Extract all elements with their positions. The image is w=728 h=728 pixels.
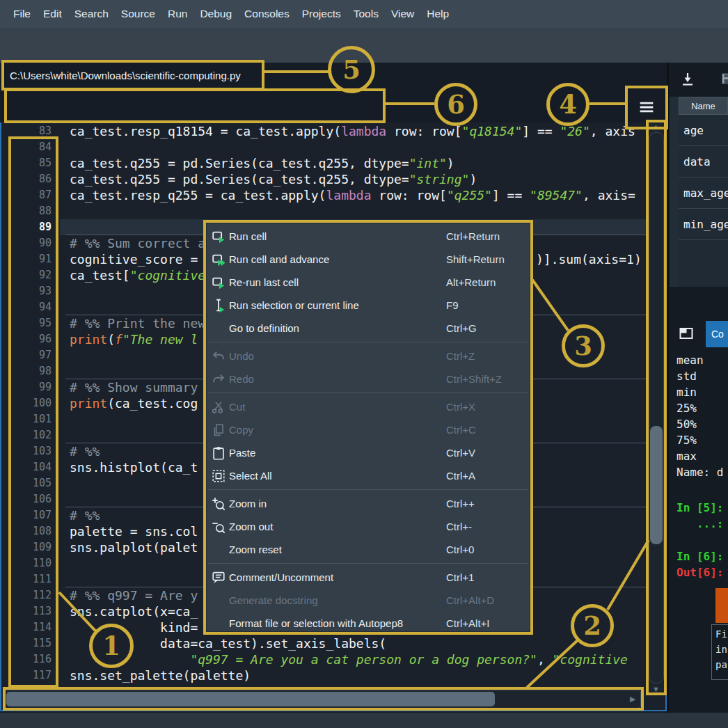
code-line: ca_test.q255 = pd.Series(ca_test.q255, d… xyxy=(70,171,477,187)
line-number[interactable]: 95 xyxy=(8,315,52,331)
menu-item-format-file-or-selection-with-autopep8[interactable]: Format file or selection with Autopep8Ct… xyxy=(207,612,530,635)
code-line: # %% xyxy=(70,443,100,459)
code-line: data=ca_test).set_axis_labels( xyxy=(70,635,386,651)
import-data-icon[interactable] xyxy=(679,71,696,88)
menu-item-run-cell-and-advance[interactable]: Run cell and advanceShift+Return xyxy=(207,248,530,271)
code-line: ca_test.resp_q18154 = ca_test.apply(lamb… xyxy=(70,123,635,139)
line-number[interactable]: 91 xyxy=(8,251,52,267)
line-number[interactable]: 87 xyxy=(8,187,52,203)
menu-projects[interactable]: Projects xyxy=(296,8,347,20)
menu-item-go-to-definition[interactable]: Go to definitionCtrl+G xyxy=(207,317,530,340)
line-number[interactable]: 113 xyxy=(8,603,52,619)
line-number[interactable]: 111 xyxy=(8,571,52,587)
line-number[interactable]: 101 xyxy=(8,411,52,427)
code-line-fragment: )].sum(axis=1) xyxy=(536,251,642,267)
line-number[interactable]: 114 xyxy=(8,619,52,635)
line-number[interactable]: 102 xyxy=(8,427,52,443)
menu-item-re-run-last-cell[interactable]: Re-run last cellAlt+Return xyxy=(207,271,530,294)
menu-file[interactable]: File xyxy=(7,8,37,20)
menu-run[interactable]: Run xyxy=(161,8,193,20)
variable-row-age[interactable]: age xyxy=(679,115,728,146)
line-number[interactable]: 100 xyxy=(8,395,52,411)
menu-item-run-cell[interactable]: Run cellCtrl+Return xyxy=(207,225,530,248)
line-number[interactable]: 103 xyxy=(8,443,52,459)
line-number[interactable]: 86 xyxy=(8,171,52,187)
line-number[interactable]: 88 xyxy=(8,203,52,219)
menu-debug[interactable]: Debug xyxy=(193,8,238,20)
menu-item-redo[interactable]: RedoCtrl+Shift+Z xyxy=(207,367,530,390)
vertical-scroll-track[interactable] xyxy=(649,132,664,683)
scroll-up-arrow[interactable]: ▲ xyxy=(652,122,660,131)
variable-row-data[interactable]: data xyxy=(679,146,728,177)
line-number[interactable]: 89 xyxy=(8,219,52,235)
line-number[interactable]: 97 xyxy=(8,347,52,363)
line-number[interactable]: 115 xyxy=(8,635,52,651)
variable-row-max_age[interactable]: max_age xyxy=(679,177,728,209)
no-icon xyxy=(211,542,229,557)
menu-item-cut[interactable]: CutCtrl+X xyxy=(207,395,530,418)
tab-console[interactable]: Co xyxy=(706,321,728,347)
line-number[interactable]: 117 xyxy=(8,667,52,683)
scroll-right-arrow[interactable]: ▶ xyxy=(630,695,635,704)
horizontal-scroll-thumb[interactable] xyxy=(6,692,495,706)
line-number[interactable]: 110 xyxy=(8,555,52,571)
menu-item-zoom-in[interactable]: Zoom inCtrl++ xyxy=(207,492,530,515)
menu-item-run-selection-or-current-line[interactable]: Run selection or current lineF9 xyxy=(207,294,530,317)
copy-icon xyxy=(211,422,229,438)
menu-source[interactable]: Source xyxy=(115,8,161,20)
menu-item-comment-uncomment[interactable]: Comment/UncommentCtrl+1 xyxy=(207,566,530,589)
undock-console-icon[interactable] xyxy=(678,324,695,341)
menu-edit[interactable]: Edit xyxy=(37,8,68,20)
menu-item-zoom-reset[interactable]: Zoom resetCtrl+0 xyxy=(207,538,530,561)
editor-vertical-scrollbar[interactable]: ▲ ▼ xyxy=(647,124,665,695)
menu-item-copy[interactable]: CopyCtrl+C xyxy=(207,418,530,441)
vertical-scroll-thumb[interactable] xyxy=(650,426,663,544)
line-number[interactable]: 116 xyxy=(8,651,52,667)
menu-help[interactable]: Help xyxy=(420,8,455,20)
line-number[interactable]: 93 xyxy=(8,283,52,299)
line-number[interactable]: 84 xyxy=(8,139,52,155)
menu-separator xyxy=(208,393,528,393)
menu-item-paste[interactable]: PasteCtrl+V xyxy=(207,441,530,464)
shortcut-label: Ctrl+C xyxy=(446,424,476,436)
shortcut-label: Ctrl+G xyxy=(446,322,477,334)
line-number[interactable]: 109 xyxy=(8,539,52,555)
line-number[interactable]: 90 xyxy=(8,235,52,251)
line-number[interactable]: 96 xyxy=(8,331,52,347)
line-number[interactable]: 94 xyxy=(8,299,52,315)
line-number[interactable]: 106 xyxy=(8,491,52,507)
menu-item-undo[interactable]: UndoCtrl+Z xyxy=(207,345,530,367)
menu-item-generate-docstring[interactable]: Generate docstringCtrl+Alt+D xyxy=(207,589,530,612)
line-number[interactable]: 98 xyxy=(8,363,52,379)
save-data-icon[interactable] xyxy=(720,71,728,88)
editor-options-menu-button[interactable] xyxy=(637,97,656,117)
shortcut-label: Ctrl+- xyxy=(446,521,472,532)
code-line: # %% q997 = Are y xyxy=(70,587,198,603)
run-cell-advance-icon xyxy=(211,252,229,267)
scroll-down-arrow[interactable]: ▼ xyxy=(652,685,660,693)
shortcut-label: Ctrl+A xyxy=(446,470,475,482)
line-number[interactable]: 108 xyxy=(8,523,52,539)
menu-consoles[interactable]: Consoles xyxy=(238,8,296,20)
menu-tools[interactable]: Tools xyxy=(347,8,385,20)
line-number[interactable]: 83 xyxy=(8,123,52,139)
line-number[interactable]: 92 xyxy=(8,267,52,283)
menu-item-zoom-out[interactable]: Zoom outCtrl+- xyxy=(207,515,530,538)
code-line: "q997 = Are you a cat person or a dog pe… xyxy=(70,651,628,667)
variable-row-min_age[interactable]: min_age xyxy=(679,209,728,240)
variable-table-name-header[interactable]: Name xyxy=(679,97,728,115)
line-number[interactable]: 85 xyxy=(8,155,52,171)
line-number[interactable]: 99 xyxy=(8,379,52,395)
line-number[interactable]: 112 xyxy=(8,587,52,603)
redo-icon xyxy=(211,372,229,387)
line-number[interactable]: 105 xyxy=(8,475,52,491)
editor-horizontal-scrollbar[interactable]: ▶ xyxy=(4,690,641,709)
line-number[interactable]: 107 xyxy=(8,507,52,523)
variable-table-empty-area xyxy=(679,240,728,287)
code-line: sns.histplot(ca_t xyxy=(70,459,198,475)
line-number[interactable]: 104 xyxy=(8,459,52,475)
menu-search[interactable]: Search xyxy=(68,8,115,20)
code-line: # %% Print the new xyxy=(70,315,205,331)
menu-view[interactable]: View xyxy=(385,8,420,20)
menu-item-select-all[interactable]: Select AllCtrl+A xyxy=(207,464,530,487)
